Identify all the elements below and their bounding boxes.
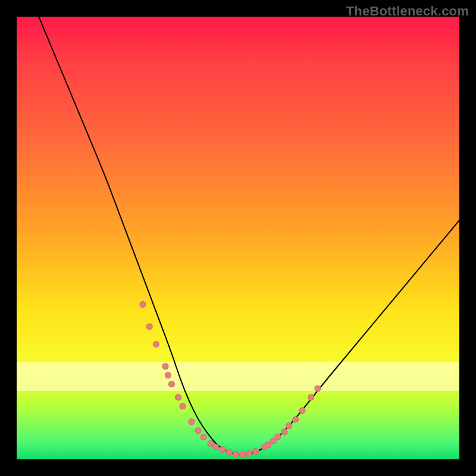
highlight-strip	[17, 362, 459, 390]
watermark-text: TheBottleneck.com	[346, 4, 469, 19]
gradient-plot-area	[17, 17, 459, 459]
chart-stage: TheBottleneck.com	[0, 0, 476, 476]
